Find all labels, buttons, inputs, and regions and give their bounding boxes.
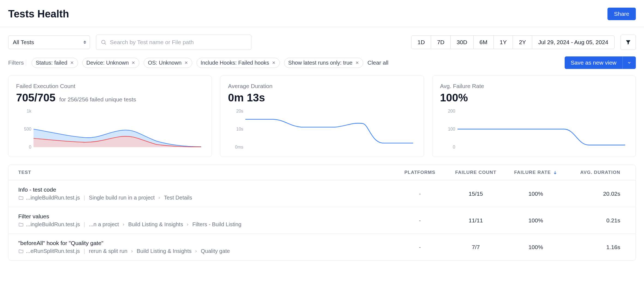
range-1y[interactable]: 1Y [494, 36, 513, 49]
table-row[interactable]: "beforeAll" hook for "Quality gate"...eR… [8, 234, 636, 260]
breadcrumb-segment: Quality gate [201, 248, 230, 254]
folder-icon [18, 222, 24, 227]
chip-text: Status: failed [36, 60, 67, 66]
cell-platforms: - [394, 191, 446, 197]
y-tick: 10s [228, 127, 243, 132]
cell-avg-duration: 20.02s [566, 191, 626, 197]
card-label: Average Duration [228, 83, 416, 89]
cell-failure-count: 7/7 [446, 244, 506, 250]
divider: | [84, 221, 85, 228]
tests-table: TEST PLATFORMS FAILURE COUNT FAILURE RAT… [8, 165, 636, 261]
folder-icon [18, 195, 24, 201]
search-input[interactable] [110, 39, 247, 46]
cell-failure-rate: 100% [506, 244, 566, 250]
filter-chip-hooks[interactable]: Include Hooks: Failed hooks [197, 58, 280, 68]
sort-desc-icon [553, 170, 557, 175]
search-icon [101, 39, 107, 45]
breadcrumb-segment: Filters - Build Listing [192, 221, 241, 228]
chevron-right-icon [157, 196, 162, 200]
chip-text: Include Hooks: Failed hooks [201, 60, 269, 66]
file-name: ...eRunSplitRun.test.js [26, 248, 80, 254]
cell-failure-count: 15/15 [446, 191, 506, 197]
filter-button[interactable] [621, 35, 636, 50]
table-row[interactable]: Filter values...ingleBuildRun.test.js|..… [8, 207, 636, 234]
date-range-group: 1D 7D 30D 6M 1Y 2Y Jul 29, 2024 - Aug 05… [411, 35, 615, 49]
y-tick: 500 [16, 127, 31, 132]
clear-all-button[interactable]: Clear all [368, 59, 389, 66]
card-value: 100% [440, 92, 468, 104]
file-name: ...ingleBuildRun.test.js [26, 221, 80, 228]
card-value: 0m 13s [228, 92, 265, 104]
failed-count-chart [34, 111, 201, 147]
close-icon[interactable] [184, 61, 188, 65]
test-name: "beforeAll" hook for "Quality gate" [18, 240, 394, 246]
y-tick: 100 [440, 127, 455, 132]
cell-avg-duration: 1.16s [566, 244, 626, 250]
divider: | [84, 248, 85, 254]
y-tick: 1k [16, 109, 31, 114]
cell-failure-count: 11/11 [446, 217, 506, 224]
chevron-right-icon [194, 249, 198, 253]
card-failure-rate: Avg. Failure Rate 100% 200 100 0 [432, 75, 636, 157]
filter-chip-os[interactable]: OS: Unknown [144, 58, 192, 68]
table-row[interactable]: Info - test code...ingleBuildRun.test.js… [8, 180, 636, 207]
range-7d[interactable]: 7D [431, 36, 451, 49]
y-tick: 0 [440, 145, 455, 150]
filters-label: Filters [8, 59, 26, 66]
close-icon[interactable] [355, 61, 359, 65]
divider: | [84, 195, 85, 201]
breadcrumb-segment: Build Listing & Insights [137, 248, 191, 254]
breadcrumb-segment: ...n a project [89, 221, 119, 228]
th-test[interactable]: TEST [18, 170, 394, 175]
range-2y[interactable]: 2Y [513, 36, 532, 49]
chevron-right-icon [130, 249, 134, 253]
card-avg-duration: Average Duration 0m 13s 20s 10s 0ms [220, 75, 424, 157]
date-range-display[interactable]: Jul 29, 2024 - Aug 05, 2024 [532, 36, 614, 49]
funnel-icon [625, 39, 631, 45]
svg-line-1 [105, 43, 106, 44]
save-view-button[interactable]: Save as new view [565, 56, 622, 69]
test-name: Filter values [18, 213, 394, 220]
filter-chip-status[interactable]: Status: failed [32, 58, 78, 68]
th-avg-duration[interactable]: AVG. DURATION [566, 170, 626, 175]
y-tick: 20s [228, 109, 243, 114]
cell-failure-rate: 100% [506, 191, 566, 197]
filter-chip-device[interactable]: Device: Unknown [82, 58, 140, 68]
cell-avg-duration: 0.21s [566, 217, 626, 224]
close-icon[interactable] [272, 61, 276, 65]
cell-platforms: - [394, 217, 446, 224]
chevron-right-icon [121, 223, 126, 226]
close-icon[interactable] [131, 61, 135, 65]
folder-icon [18, 249, 24, 254]
th-failure-rate-text: FAILURE RATE [514, 170, 551, 175]
y-tick: 0 [16, 145, 31, 150]
breadcrumb-segment: Test Details [164, 195, 192, 201]
y-tick: 0ms [228, 145, 243, 150]
range-1d[interactable]: 1D [411, 36, 431, 49]
close-icon[interactable] [70, 61, 74, 65]
svg-point-0 [102, 40, 105, 44]
card-value: 705/705 [16, 92, 56, 104]
filter-chip-latest[interactable]: Show latest runs only: true [284, 58, 363, 68]
duration-chart [245, 111, 413, 147]
breadcrumb-segment: Build Listing & Insights [128, 221, 183, 228]
y-tick: 200 [440, 109, 455, 114]
cell-failure-rate: 100% [506, 217, 566, 224]
range-30d[interactable]: 30D [451, 36, 474, 49]
th-platforms[interactable]: PLATFORMS [394, 170, 446, 175]
tests-select-value: All Tests [8, 35, 90, 49]
th-failure-rate[interactable]: FAILURE RATE [506, 170, 566, 175]
chevron-right-icon [185, 223, 190, 226]
range-6m[interactable]: 6M [474, 36, 494, 49]
search-field[interactable] [96, 35, 251, 50]
share-button[interactable]: Share [607, 8, 636, 20]
test-name: Info - test code [18, 186, 394, 193]
failure-rate-chart [458, 111, 625, 147]
th-failure-count[interactable]: FAILURE COUNT [446, 170, 506, 175]
card-failed-execution: Failed Execution Count 705/705 for 256/2… [8, 75, 212, 157]
chip-text: OS: Unknown [148, 60, 181, 66]
tests-select[interactable]: All Tests [8, 35, 90, 49]
page-title: Tests Health [8, 8, 69, 20]
chip-text: Device: Unknown [86, 60, 129, 66]
save-view-dropdown[interactable] [622, 56, 636, 69]
